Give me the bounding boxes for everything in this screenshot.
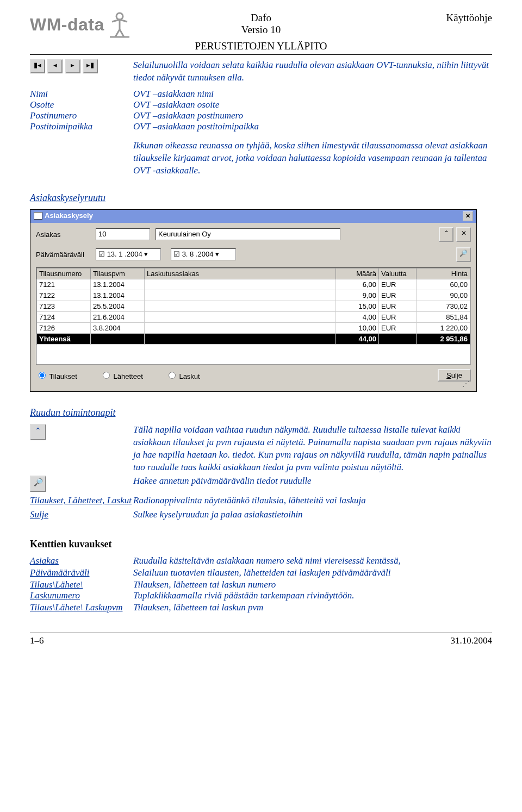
table-row[interactable]: 712213.1.20049,00EUR90,00: [37, 290, 470, 301]
doc-version: Versio 10: [30, 24, 492, 36]
field-desc: OVT –asiakkaan osoite: [133, 99, 492, 110]
nav-next-icon[interactable]: ▸: [65, 59, 80, 73]
nav-first-icon[interactable]: ▮◂: [30, 59, 45, 73]
radio-laskut[interactable]: Laskut: [166, 370, 200, 380]
intro-paragraph: Selailunuolilla voidaan selata kaikkia r…: [133, 59, 492, 84]
field-desc: Tilauksen, lähetteen tai laskun pvm: [133, 602, 492, 613]
desc-radios: Radionappivalinta näytetäänkö tilauksia,…: [133, 495, 492, 506]
asiakaskysely-window: Asiakaskysely ✕ Asiakas 10 Keuruulainen …: [30, 209, 477, 392]
field-desc: Ruudulla käsiteltävän asiakkaan numero s…: [133, 555, 492, 566]
binoculars-icon[interactable]: 🔎: [456, 247, 471, 262]
field-desc: OVT –asiakkaan nimi: [133, 89, 492, 99]
heading-ruudun-toimintonapit: Ruudun toimintonapit: [30, 407, 492, 419]
window-title: Asiakaskysely: [45, 211, 93, 220]
label-sulje: Sulje: [30, 509, 133, 520]
data-grid: TilausnumeroTilauspvmLaskutusasiakasMäär…: [36, 267, 471, 365]
column-header[interactable]: Laskutusasiakas: [145, 268, 336, 279]
doc-title: Dafo: [30, 12, 492, 24]
clear-icon[interactable]: ✕: [456, 227, 471, 242]
table-row[interactable]: 71263.8.200410,00EUR1 220,00: [37, 322, 470, 333]
table-row[interactable]: 712113.1.20046,00EUR60,00: [37, 279, 470, 290]
nav-last-icon[interactable]: ▸▮: [83, 59, 98, 73]
field-label: Asiakas: [30, 555, 133, 566]
column-header[interactable]: Valuutta: [379, 268, 417, 279]
desc-toggle-button: Tällä napilla voidaan vaihtaa ruudun näk…: [133, 424, 492, 474]
column-header[interactable]: Määrä: [336, 268, 379, 279]
heading-asiakaskysely: Asiakaskyselyruutu: [30, 192, 492, 204]
label-tilaukset-lahetteet-laskut: Tilaukset, Lähetteet, Laskut: [30, 495, 133, 506]
resize-grip-icon[interactable]: ⋰: [36, 379, 471, 388]
field-desc: OVT –asiakkaan postitoimipaikka: [133, 121, 492, 132]
nav-buttons: ▮◂ ◂ ▸ ▸▮: [30, 59, 133, 73]
divider: [30, 54, 492, 55]
label-asiakas: Asiakas: [36, 230, 96, 239]
field-label: Osoite: [30, 99, 133, 110]
page-number: 1–6: [30, 635, 44, 646]
field-label: Tilaus\Lähete\ Laskupvm: [30, 602, 133, 613]
binoculars-icon[interactable]: 🔎: [30, 476, 46, 492]
radio-tilaukset[interactable]: Tilaukset: [36, 370, 77, 380]
field-label: Postitoimipaikka: [30, 121, 133, 132]
section-title: PERUSTIETOJEN YLLÄPITO: [30, 40, 492, 52]
field-desc: Tilauksen, lähetteen tai laskun numeroTu…: [133, 579, 492, 601]
field-label: Postinumero: [30, 110, 133, 121]
desc-search-button: Hakee annetun päivämäärävälin tiedot ruu…: [133, 476, 492, 486]
heading-kenttien-kuvaukset: Kenttien kuvaukset: [30, 539, 492, 550]
column-header[interactable]: Tilauspvm: [91, 268, 145, 279]
radio-lahetteet[interactable]: Lähetteet: [100, 370, 143, 380]
nav-prev-icon[interactable]: ◂: [47, 59, 63, 73]
field-label: Tilaus\Lähete\ Laskunumero: [30, 579, 133, 601]
input-asiakas-name[interactable]: Keuruulainen Oy: [156, 228, 340, 240]
input-date-to[interactable]: 3. 8 .2004: [182, 250, 214, 258]
doc-kind: Käyttöohje: [446, 12, 492, 24]
input-date-from[interactable]: 13. 1 .2004: [107, 250, 142, 258]
table-total-row: Yhteensä44,002 951,86: [37, 333, 470, 344]
field-label: Nimi: [30, 89, 133, 99]
desc-sulje: Sulkee kyselyruudun ja palaa asiakastiet…: [133, 509, 492, 520]
field-desc: OVT –asiakkaan postinumero: [133, 110, 492, 121]
column-header[interactable]: Hinta: [417, 268, 470, 279]
paragraph-2: Ikkunan oikeassa reunassa on tyhjää, kos…: [133, 140, 492, 177]
footer: 1–6 31.10.2004: [30, 633, 492, 646]
input-asiakas-code[interactable]: 10: [96, 228, 150, 240]
label-daterange: Päivämääräväli: [36, 251, 96, 259]
close-icon[interactable]: ✕: [463, 211, 473, 221]
toggle-view-icon[interactable]: ⌃: [439, 227, 453, 242]
footer-date: 31.10.2004: [451, 635, 493, 646]
column-header[interactable]: Tilausnumero: [37, 268, 91, 279]
header-center: Dafo Versio 10: [30, 12, 492, 36]
table-row[interactable]: 712421.6.20044,00EUR851,84: [37, 311, 470, 322]
field-label: Päivämääräväli: [30, 567, 133, 578]
table-row[interactable]: 712325.5.200415,00EUR730,02: [37, 301, 470, 311]
toggle-view-icon[interactable]: ⌃: [30, 424, 46, 440]
field-desc: Selailuun tuotavien tilausten, lähetteid…: [133, 567, 492, 578]
